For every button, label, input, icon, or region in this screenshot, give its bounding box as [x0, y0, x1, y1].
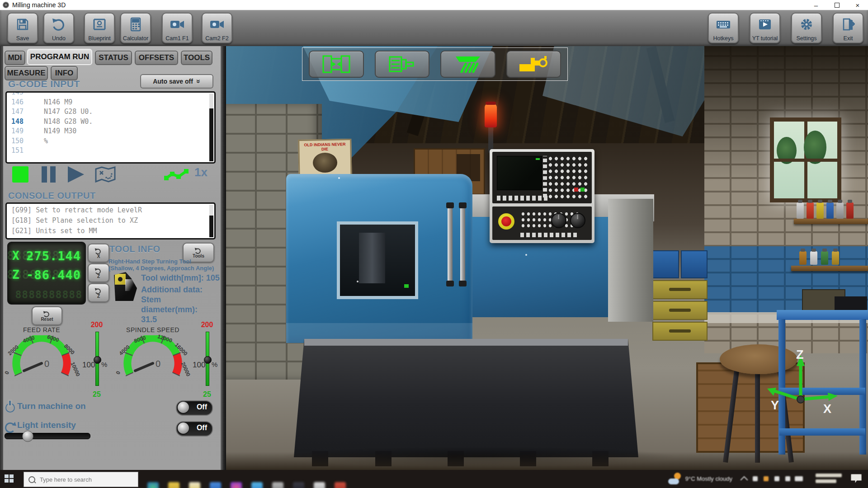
- clamp-view-button[interactable]: [309, 51, 364, 78]
- spray-can: [816, 202, 824, 219]
- taskbar-app-icon[interactable]: [272, 482, 283, 488]
- start-button[interactable]: [5, 474, 14, 483]
- calculator-button[interactable]: Calculator: [120, 13, 151, 43]
- minimize-button[interactable]: –: [806, 0, 826, 10]
- notification-center-icon[interactable]: [851, 474, 862, 483]
- taskbar-app-icon[interactable]: [251, 482, 263, 488]
- undo-icon: [94, 287, 103, 294]
- toggle-knob: [178, 402, 189, 413]
- tailstock-icon: [518, 54, 549, 74]
- axis-x-label: X: [823, 402, 831, 416]
- reset-button[interactable]: Reset: [32, 306, 62, 325]
- taskbar-clock[interactable]: [816, 474, 842, 485]
- toolpath-map-button[interactable]: [94, 165, 117, 183]
- cnc-red-key: [574, 188, 578, 192]
- gcode-scroll-thumb[interactable]: [209, 108, 213, 161]
- reset-z-button[interactable]: Z: [88, 263, 109, 282]
- gcode-line: 146N146 M9: [7, 98, 214, 108]
- cnc-function-keys: [520, 211, 578, 230]
- settings-button[interactable]: Settings: [791, 13, 822, 43]
- beacon-pole: [488, 126, 493, 153]
- cnc-keypad: [547, 155, 589, 200]
- gcode-line-active: 148N148 G28 W0.: [7, 117, 214, 127]
- app-window: Milling machine 3D – × Save Undo Bluepri…: [0, 0, 868, 488]
- tool-info-title: TOOL INFO: [109, 244, 160, 254]
- tray-clock-icon[interactable]: [785, 476, 790, 481]
- pause-button[interactable]: [42, 166, 60, 183]
- gcode-line: 149N149 M30: [7, 127, 214, 136]
- tab-program-run[interactable]: PROGRAM RUN: [27, 49, 92, 65]
- shelf-board: [794, 219, 868, 224]
- stop-button[interactable]: [12, 166, 28, 183]
- tailstock-view-button[interactable]: [506, 51, 561, 78]
- keyboard-icon: [709, 16, 738, 33]
- machine-base: [294, 339, 638, 457]
- axis-y-label: Y: [771, 399, 779, 412]
- door-handle: [448, 204, 453, 285]
- feed-override-slider: 200 100 % 25: [82, 321, 111, 399]
- viewport-3d[interactable]: OLD INDIANS NEVER DIE: [226, 46, 868, 470]
- tool-turret-view-button[interactable]: [440, 51, 495, 78]
- console-scroll-thumb[interactable]: [209, 216, 213, 237]
- tray-bluetooth-icon[interactable]: [753, 476, 758, 481]
- hotkeys-button[interactable]: Hotkeys: [708, 13, 739, 43]
- tray-volume-icon[interactable]: [764, 476, 769, 481]
- reset-x-button[interactable]: X: [88, 244, 109, 263]
- light-intensity-slider[interactable]: [5, 433, 90, 439]
- save-button[interactable]: Save: [7, 13, 38, 43]
- chuck-view-button[interactable]: [375, 51, 430, 78]
- gcode-editor[interactable]: 145 146N146 M9 147N147 G28 U0. 148N148 G…: [5, 91, 216, 164]
- tab-tools[interactable]: TOOLS: [181, 51, 212, 65]
- yt-tutorial-button[interactable]: YT tutorial: [750, 13, 780, 43]
- spindle-speed-label: SPINDLE SPEED: [121, 326, 184, 333]
- blueprint-button[interactable]: Blueprint: [84, 13, 115, 43]
- taskbar-weather[interactable]: 9°C Mostly cloudy: [668, 473, 732, 484]
- search-input[interactable]: [39, 476, 131, 483]
- exit-button[interactable]: Exit: [833, 13, 863, 43]
- spray-can: [797, 202, 804, 219]
- clamp-icon: [321, 54, 352, 74]
- tray-network-icon[interactable]: [774, 476, 779, 481]
- machine-on-toggle[interactable]: Off: [176, 400, 213, 416]
- tab-status[interactable]: STATUS: [95, 51, 132, 65]
- undo-button[interactable]: Undo: [43, 13, 74, 43]
- tab-mdi[interactable]: MDI: [5, 51, 25, 65]
- cam2-button[interactable]: Cam2 F2: [202, 13, 232, 43]
- taskbar-app-icon[interactable]: [335, 482, 346, 488]
- light-toggle[interactable]: Off: [176, 421, 213, 436]
- cam1-button[interactable]: Cam1 F1: [162, 13, 193, 43]
- blueprint-icon: [85, 16, 114, 33]
- console-output-title: CONSOLE OUTPUT: [8, 191, 96, 201]
- taskbar-app-icon[interactable]: [314, 482, 325, 488]
- autosave-dropdown[interactable]: Auto save off »: [140, 74, 213, 89]
- tray-expand-icon[interactable]: [741, 476, 748, 484]
- taskbar-app-icon[interactable]: [293, 482, 304, 488]
- taskbar-app-icon[interactable]: [231, 482, 242, 488]
- gcode-scrollbar[interactable]: [209, 94, 213, 161]
- path-graph-toggle[interactable]: [164, 168, 190, 182]
- cnc-bottom-keys: [520, 233, 578, 237]
- taskbar-app-icon[interactable]: [210, 482, 221, 488]
- drawer-cabinet: [652, 280, 708, 343]
- tab-offsets[interactable]: OFFSETS: [135, 51, 178, 65]
- jar: [799, 251, 807, 265]
- panel-left-edge: [0, 46, 3, 470]
- playback-speed[interactable]: 1x: [194, 165, 208, 179]
- taskbar-search[interactable]: [24, 472, 138, 487]
- console-scrollbar[interactable]: [209, 205, 213, 237]
- spindle-override-track[interactable]: [206, 332, 209, 386]
- restore-button[interactable]: [826, 0, 847, 10]
- taskbar-app-icon[interactable]: [147, 482, 159, 488]
- tray-language-icon[interactable]: [795, 476, 803, 481]
- taskbar-app-icon[interactable]: [189, 482, 200, 488]
- play-button[interactable]: [68, 166, 84, 183]
- taskbar-app-icon[interactable]: [168, 482, 179, 488]
- feed-override-track[interactable]: [95, 332, 99, 386]
- close-button[interactable]: ×: [847, 0, 868, 10]
- console-output[interactable]: [G99] Set to retract mode LevelR [G18] S…: [5, 202, 216, 239]
- reset-z2-button[interactable]: Z: [88, 283, 109, 302]
- light-slider-thumb[interactable]: [22, 431, 33, 442]
- undo-icon: [94, 267, 103, 274]
- poster-image: [313, 153, 338, 173]
- axis-z-label: Z: [796, 348, 804, 361]
